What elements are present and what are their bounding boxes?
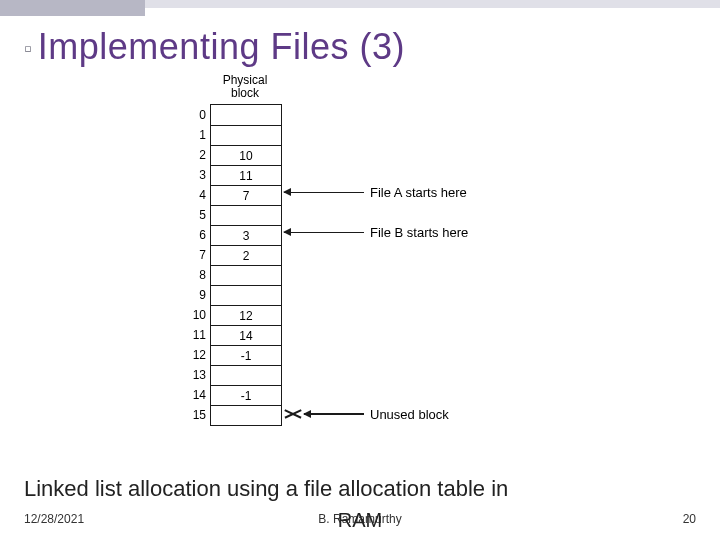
row-index: 13 (178, 368, 206, 382)
table-row: 2 (211, 245, 281, 265)
annotation-unused: Unused block (284, 405, 449, 423)
footer: 12/28/2021 B. Ramamurthy 20 RAM (24, 512, 696, 526)
cell: 12 (211, 305, 281, 325)
table-row: 3 (211, 225, 281, 245)
title-row: ▫ Implementing Files (3) (24, 26, 696, 68)
arrow-left-icon (284, 192, 364, 194)
table-row (211, 105, 281, 125)
slide: ▫ Implementing Files (3) Physical block … (0, 0, 720, 540)
cell: 10 (211, 145, 281, 165)
x-link-icon (284, 405, 302, 423)
arrow-left-icon (304, 413, 364, 415)
row-index: 9 (178, 288, 206, 302)
cell: 7 (211, 185, 281, 205)
table-row: -1 (211, 345, 281, 365)
cell: 11 (211, 165, 281, 185)
slide-title: Implementing Files (3) (38, 26, 405, 68)
top-bar-light (145, 0, 720, 8)
annotation-label: File A starts here (370, 185, 467, 200)
cell (211, 365, 281, 385)
row-index: 11 (178, 328, 206, 342)
row-index: 1 (178, 128, 206, 142)
cell (211, 125, 281, 145)
slide-subtitle: Linked list allocation using a file allo… (24, 476, 508, 502)
cell (211, 285, 281, 305)
subtitle-overflow: RAM (24, 509, 696, 532)
cell (211, 205, 281, 225)
table-row: 12 (211, 305, 281, 325)
row-index: 4 (178, 188, 206, 202)
row-index: 15 (178, 408, 206, 422)
top-bar-dark (0, 0, 145, 16)
table-row (211, 205, 281, 225)
row-index: 0 (178, 108, 206, 122)
row-index: 2 (178, 148, 206, 162)
column-header: Physical block (210, 74, 280, 100)
fat-table: 10 11 7 3 2 12 14 -1 -1 (210, 104, 282, 426)
table-row (211, 365, 281, 385)
row-index: 14 (178, 388, 206, 402)
annotation-file-b: File B starts here (284, 225, 468, 240)
cell: 14 (211, 325, 281, 345)
table-row: -1 (211, 385, 281, 405)
cell (211, 105, 281, 125)
arrow-left-icon (284, 232, 364, 234)
cell: -1 (211, 385, 281, 405)
fat-figure: Physical block 10 11 7 3 2 12 14 -1 -1 0… (40, 74, 680, 454)
annotation-file-a: File A starts here (284, 185, 467, 200)
annotation-label: File B starts here (370, 225, 468, 240)
cell (211, 265, 281, 285)
cell: 2 (211, 245, 281, 265)
row-index: 3 (178, 168, 206, 182)
row-index: 5 (178, 208, 206, 222)
table-row: 7 (211, 185, 281, 205)
top-decoration (0, 0, 720, 20)
table-row (211, 125, 281, 145)
table-row (211, 265, 281, 285)
row-index: 8 (178, 268, 206, 282)
row-index: 10 (178, 308, 206, 322)
table-row (211, 285, 281, 305)
table-row: 10 (211, 145, 281, 165)
cell: 3 (211, 225, 281, 245)
cell (211, 405, 281, 425)
row-index: 7 (178, 248, 206, 262)
row-index: 6 (178, 228, 206, 242)
bullet-icon: ▫ (24, 38, 32, 60)
table-row: 11 (211, 165, 281, 185)
annotation-label: Unused block (370, 407, 449, 422)
table-row (211, 405, 281, 425)
cell: -1 (211, 345, 281, 365)
table-row: 14 (211, 325, 281, 345)
row-index: 12 (178, 348, 206, 362)
